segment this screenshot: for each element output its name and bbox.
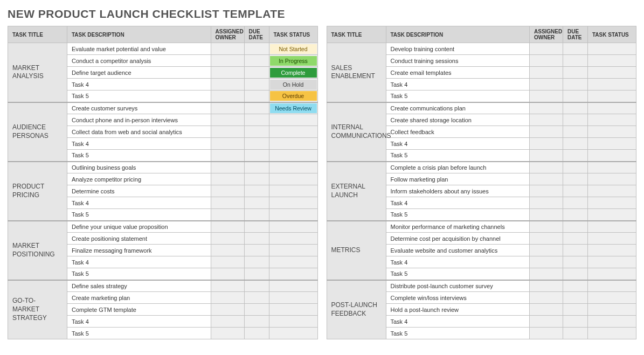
due-date-cell[interactable] (244, 268, 269, 280)
task-description[interactable]: Task 4 (67, 79, 211, 91)
assigned-owner-cell[interactable] (530, 316, 563, 328)
assigned-owner-cell[interactable] (530, 245, 563, 256)
assigned-owner-cell[interactable] (211, 328, 244, 339)
task-description[interactable]: Define your unique value proposition (67, 221, 211, 233)
due-date-cell[interactable] (244, 209, 269, 221)
assigned-owner-cell[interactable] (211, 316, 244, 328)
assigned-owner-cell[interactable] (211, 150, 244, 162)
assigned-owner-cell[interactable] (211, 197, 244, 209)
due-date-cell[interactable] (563, 233, 588, 245)
task-description[interactable]: Task 5 (386, 328, 530, 339)
due-date-cell[interactable] (563, 328, 588, 339)
assigned-owner-cell[interactable] (211, 304, 244, 316)
due-date-cell[interactable] (244, 162, 269, 173)
due-date-cell[interactable] (563, 126, 588, 138)
task-description[interactable]: Task 4 (386, 256, 530, 268)
task-description[interactable]: Task 4 (386, 316, 530, 328)
task-description[interactable]: Task 4 (67, 256, 211, 268)
assigned-owner-cell[interactable] (211, 162, 244, 173)
assigned-owner-cell[interactable] (530, 280, 563, 292)
task-status-cell[interactable] (588, 185, 636, 197)
due-date-cell[interactable] (244, 245, 269, 256)
due-date-cell[interactable] (563, 79, 588, 91)
task-status-cell[interactable] (269, 126, 317, 138)
assigned-owner-cell[interactable] (530, 268, 563, 280)
due-date-cell[interactable] (244, 67, 269, 79)
due-date-cell[interactable] (563, 280, 588, 292)
assigned-owner-cell[interactable] (530, 43, 563, 55)
due-date-cell[interactable] (244, 221, 269, 233)
due-date-cell[interactable] (244, 185, 269, 197)
assigned-owner-cell[interactable] (211, 280, 244, 292)
task-description[interactable]: Create communications plan (386, 102, 530, 114)
assigned-owner-cell[interactable] (530, 138, 563, 150)
task-status-cell[interactable] (588, 233, 636, 245)
task-description[interactable]: Finalize messaging framework (67, 245, 211, 256)
assigned-owner-cell[interactable] (211, 67, 244, 79)
task-description[interactable]: Define sales strategy (67, 280, 211, 292)
task-description[interactable]: Conduct phone and in-person interviews (67, 114, 211, 126)
task-status-cell[interactable] (269, 138, 317, 150)
due-date-cell[interactable] (244, 79, 269, 91)
task-status-cell[interactable] (269, 221, 317, 233)
task-description[interactable]: Analyze competitor pricing (67, 173, 211, 185)
task-description[interactable]: Create customer surveys (67, 102, 211, 114)
due-date-cell[interactable] (563, 304, 588, 316)
task-status-cell[interactable] (588, 126, 636, 138)
due-date-cell[interactable] (563, 55, 588, 67)
task-status-cell[interactable] (588, 138, 636, 150)
assigned-owner-cell[interactable] (211, 256, 244, 268)
task-description[interactable]: Define target audience (67, 67, 211, 79)
task-description[interactable]: Collect data from web and social analyti… (67, 126, 211, 138)
task-status-cell[interactable] (588, 221, 636, 233)
task-status-cell[interactable] (269, 280, 317, 292)
assigned-owner-cell[interactable] (211, 43, 244, 55)
task-status-cell[interactable] (269, 185, 317, 197)
due-date-cell[interactable] (563, 91, 588, 102)
assigned-owner-cell[interactable] (530, 102, 563, 114)
due-date-cell[interactable] (563, 268, 588, 280)
task-description[interactable]: Task 5 (67, 328, 211, 339)
assigned-owner-cell[interactable] (530, 256, 563, 268)
assigned-owner-cell[interactable] (211, 79, 244, 91)
assigned-owner-cell[interactable] (211, 126, 244, 138)
task-description[interactable]: Create email templates (386, 67, 530, 79)
task-status-cell[interactable] (588, 173, 636, 185)
due-date-cell[interactable] (244, 280, 269, 292)
due-date-cell[interactable] (563, 256, 588, 268)
task-status-cell[interactable]: In Progress (269, 55, 317, 67)
task-description[interactable]: Task 5 (386, 150, 530, 162)
assigned-owner-cell[interactable] (530, 114, 563, 126)
due-date-cell[interactable] (563, 162, 588, 173)
task-description[interactable]: Task 5 (67, 150, 211, 162)
task-status-cell[interactable] (588, 292, 636, 304)
task-status-cell[interactable] (269, 162, 317, 173)
assigned-owner-cell[interactable] (530, 209, 563, 221)
assigned-owner-cell[interactable] (530, 91, 563, 102)
task-status-cell[interactable]: Complete (269, 67, 317, 79)
due-date-cell[interactable] (563, 292, 588, 304)
assigned-owner-cell[interactable] (530, 185, 563, 197)
due-date-cell[interactable] (563, 114, 588, 126)
task-status-cell[interactable] (588, 162, 636, 173)
assigned-owner-cell[interactable] (211, 102, 244, 114)
task-description[interactable]: Task 4 (67, 197, 211, 209)
task-description[interactable]: Evaluate website and customer analytics (386, 245, 530, 256)
task-description[interactable]: Task 5 (386, 268, 530, 280)
task-description[interactable]: Monitor performance of marketing channel… (386, 221, 530, 233)
due-date-cell[interactable] (563, 185, 588, 197)
task-status-cell[interactable]: Needs Review (269, 102, 317, 114)
task-description[interactable]: Create positioning statement (67, 233, 211, 245)
assigned-owner-cell[interactable] (530, 328, 563, 339)
task-status-cell[interactable] (588, 79, 636, 91)
task-status-cell[interactable] (588, 43, 636, 55)
task-description[interactable]: Task 5 (67, 91, 211, 102)
task-description[interactable]: Create shared storage location (386, 114, 530, 126)
assigned-owner-cell[interactable] (530, 173, 563, 185)
task-description[interactable]: Collect feedback (386, 126, 530, 138)
task-status-cell[interactable] (269, 328, 317, 339)
task-status-cell[interactable] (269, 114, 317, 126)
assigned-owner-cell[interactable] (211, 55, 244, 67)
task-description[interactable]: Create marketing plan (67, 292, 211, 304)
task-description[interactable]: Distribute post-launch customer survey (386, 280, 530, 292)
